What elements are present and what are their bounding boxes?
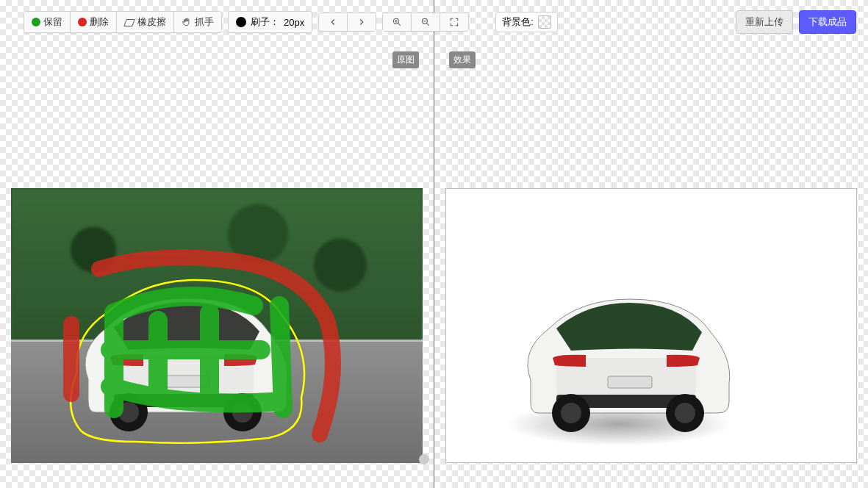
plus-keep-icon [32,18,40,26]
canvas-original[interactable] [0,0,434,488]
eraser-icon [124,17,134,27]
brush-size-display[interactable]: 刷子： 20px [229,12,312,32]
zoom-out-icon [420,17,431,27]
original-photograph [11,188,423,463]
brush-label-prefix: 刷子： [251,15,279,29]
svg-point-13 [675,403,695,423]
result-image-viewport[interactable] [445,188,857,463]
svg-point-11 [561,403,581,423]
panel-original: 原图 [0,0,434,488]
zoom-in-icon [392,17,402,27]
delete-button[interactable]: 删除 [70,12,116,32]
car-cutout [512,277,740,439]
mark-tools-group: 保留 删除 橡皮擦 抓手 [24,11,222,33]
arrow-left-icon [328,17,338,27]
svg-point-4 [118,402,139,423]
original-image-viewport[interactable] [11,188,423,463]
download-label: 下载成品 [808,16,847,27]
svg-rect-9 [608,376,652,388]
minus-delete-icon [78,18,87,26]
keep-label: 保留 [43,15,62,29]
eraser-label: 橡皮擦 [137,15,166,29]
car-illustration [70,276,298,438]
toolbar: 保留 删除 橡皮擦 抓手 刷子： 20px [24,10,856,34]
brush-dot-icon [236,17,246,27]
panel-original-tag: 原图 [392,51,419,68]
zoom-group [382,12,469,32]
bgcolor-label: 背景色: [502,15,534,29]
delete-label: 删除 [90,15,109,29]
canvas-result[interactable] [434,0,869,488]
reupload-label: 重新上传 [745,16,783,27]
svg-point-6 [232,402,253,423]
brush-size-group: 刷子： 20px [228,11,312,33]
split-view: 原图 [0,0,868,488]
arrow-right-icon [356,17,367,27]
fit-screen-icon [449,17,459,27]
fit-screen-button[interactable] [440,13,468,31]
keep-button[interactable]: 保留 [24,12,70,32]
panel-result: 效果 [434,0,869,488]
zoom-out-button[interactable] [411,13,440,31]
eraser-button[interactable]: 橡皮擦 [116,12,173,32]
panel-result-tag: 效果 [449,51,476,68]
panel-resize-handle[interactable] [419,454,429,464]
hand-label: 抓手 [195,15,214,29]
hand-button[interactable]: 抓手 [173,12,221,32]
history-group [318,12,376,32]
bgcolor-picker[interactable]: 背景色: [495,12,558,32]
hand-icon [182,17,192,27]
redo-button[interactable] [347,13,376,31]
reupload-button[interactable]: 重新上传 [736,10,793,34]
brush-size-value: 20px [284,17,304,28]
download-button[interactable]: 下载成品 [799,10,856,34]
undo-button[interactable] [319,13,347,31]
bgcolor-swatch-transparent-icon [538,15,551,29]
svg-rect-2 [165,376,209,387]
zoom-in-button[interactable] [383,13,411,31]
